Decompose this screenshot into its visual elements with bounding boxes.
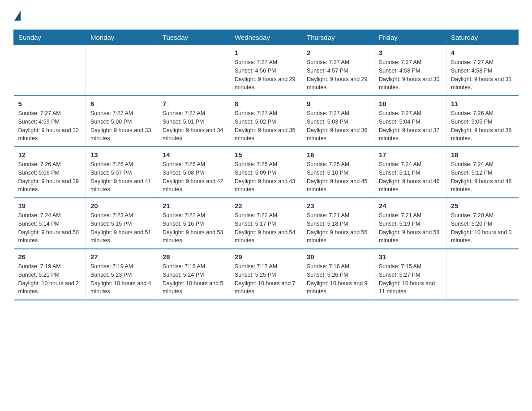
day-number: 16 — [307, 151, 369, 158]
calendar-day-cell: 13Sunrise: 7:26 AM Sunset: 5:07 PM Dayli… — [86, 147, 158, 198]
calendar-day-cell: 22Sunrise: 7:22 AM Sunset: 5:17 PM Dayli… — [230, 198, 302, 249]
day-info: Sunrise: 7:27 AM Sunset: 4:56 PM Dayligh… — [235, 58, 297, 92]
day-number: 17 — [379, 151, 442, 158]
calendar-day-cell — [446, 249, 519, 300]
day-number: 4 — [451, 49, 514, 56]
calendar-day-cell: 17Sunrise: 7:24 AM Sunset: 5:11 PM Dayli… — [374, 147, 446, 198]
day-number: 2 — [307, 49, 369, 56]
day-number: 13 — [90, 151, 153, 158]
page-header — [13, 9, 519, 21]
day-of-week-header: Sunday — [14, 30, 86, 45]
day-number: 28 — [163, 253, 225, 261]
calendar-day-cell: 24Sunrise: 7:21 AM Sunset: 5:19 PM Dayli… — [374, 198, 446, 249]
day-info: Sunrise: 7:27 AM Sunset: 4:58 PM Dayligh… — [379, 58, 442, 92]
calendar-day-cell: 16Sunrise: 7:25 AM Sunset: 5:10 PM Dayli… — [302, 147, 374, 198]
day-info: Sunrise: 7:15 AM Sunset: 5:27 PM Dayligh… — [379, 262, 442, 296]
calendar-day-cell: 9Sunrise: 7:27 AM Sunset: 5:03 PM Daylig… — [302, 96, 374, 147]
day-info: Sunrise: 7:27 AM Sunset: 5:04 PM Dayligh… — [379, 109, 442, 143]
day-info: Sunrise: 7:26 AM Sunset: 5:08 PM Dayligh… — [163, 160, 225, 194]
calendar-week-row: 1Sunrise: 7:27 AM Sunset: 4:56 PM Daylig… — [14, 45, 519, 96]
day-number: 21 — [163, 202, 225, 210]
day-info: Sunrise: 7:26 AM Sunset: 5:05 PM Dayligh… — [451, 109, 514, 143]
day-number: 14 — [163, 151, 225, 158]
day-info: Sunrise: 7:22 AM Sunset: 5:17 PM Dayligh… — [235, 211, 297, 245]
day-of-week-header: Saturday — [446, 30, 519, 45]
day-number: 29 — [235, 253, 297, 261]
calendar-day-cell: 23Sunrise: 7:21 AM Sunset: 5:18 PM Dayli… — [302, 198, 374, 249]
day-number: 25 — [451, 202, 514, 210]
day-number: 24 — [379, 202, 442, 210]
calendar-week-row: 19Sunrise: 7:24 AM Sunset: 5:14 PM Dayli… — [14, 198, 519, 249]
calendar-day-cell: 11Sunrise: 7:26 AM Sunset: 5:05 PM Dayli… — [446, 96, 519, 147]
day-number: 15 — [235, 151, 297, 158]
calendar-day-cell: 26Sunrise: 7:19 AM Sunset: 5:21 PM Dayli… — [14, 249, 86, 300]
day-info: Sunrise: 7:27 AM Sunset: 4:57 PM Dayligh… — [307, 58, 369, 92]
day-number: 1 — [235, 49, 297, 56]
day-info: Sunrise: 7:24 AM Sunset: 5:12 PM Dayligh… — [451, 160, 514, 194]
day-info: Sunrise: 7:20 AM Sunset: 5:20 PM Dayligh… — [451, 211, 514, 245]
calendar-day-cell: 12Sunrise: 7:26 AM Sunset: 5:06 PM Dayli… — [14, 147, 86, 198]
day-number: 8 — [235, 100, 297, 107]
day-number: 12 — [18, 151, 82, 158]
day-number: 23 — [307, 202, 369, 210]
day-info: Sunrise: 7:19 AM Sunset: 5:23 PM Dayligh… — [90, 262, 153, 296]
calendar-header: SundayMondayTuesdayWednesdayThursdayFrid… — [14, 30, 519, 45]
day-info: Sunrise: 7:25 AM Sunset: 5:09 PM Dayligh… — [235, 160, 297, 194]
days-of-week-row: SundayMondayTuesdayWednesdayThursdayFrid… — [14, 30, 519, 45]
day-number: 19 — [18, 202, 82, 210]
day-number: 31 — [379, 253, 442, 261]
day-number: 26 — [18, 253, 82, 261]
calendar-day-cell: 8Sunrise: 7:27 AM Sunset: 5:02 PM Daylig… — [230, 96, 302, 147]
calendar-week-row: 5Sunrise: 7:27 AM Sunset: 4:59 PM Daylig… — [14, 96, 519, 147]
day-info: Sunrise: 7:27 AM Sunset: 5:02 PM Dayligh… — [235, 109, 297, 143]
day-info: Sunrise: 7:16 AM Sunset: 5:26 PM Dayligh… — [307, 262, 369, 296]
calendar-day-cell: 3Sunrise: 7:27 AM Sunset: 4:58 PM Daylig… — [374, 45, 446, 96]
day-number: 6 — [90, 100, 153, 107]
calendar-day-cell: 7Sunrise: 7:27 AM Sunset: 5:01 PM Daylig… — [158, 96, 230, 147]
day-info: Sunrise: 7:27 AM Sunset: 5:03 PM Dayligh… — [307, 109, 369, 143]
calendar-day-cell — [86, 45, 158, 96]
day-info: Sunrise: 7:23 AM Sunset: 5:15 PM Dayligh… — [90, 211, 153, 245]
calendar-day-cell: 31Sunrise: 7:15 AM Sunset: 5:27 PM Dayli… — [374, 249, 446, 300]
day-number: 22 — [235, 202, 297, 210]
day-number: 27 — [90, 253, 153, 261]
calendar-day-cell: 14Sunrise: 7:26 AM Sunset: 5:08 PM Dayli… — [158, 147, 230, 198]
calendar-table: SundayMondayTuesdayWednesdayThursdayFrid… — [13, 30, 519, 300]
day-info: Sunrise: 7:19 AM Sunset: 5:21 PM Dayligh… — [18, 262, 82, 296]
calendar-day-cell: 1Sunrise: 7:27 AM Sunset: 4:56 PM Daylig… — [230, 45, 302, 96]
day-info: Sunrise: 7:27 AM Sunset: 4:58 PM Dayligh… — [451, 58, 514, 92]
day-number: 5 — [18, 100, 82, 107]
day-of-week-header: Thursday — [302, 30, 374, 45]
day-of-week-header: Wednesday — [230, 30, 302, 45]
calendar-day-cell: 28Sunrise: 7:18 AM Sunset: 5:24 PM Dayli… — [158, 249, 230, 300]
day-info: Sunrise: 7:24 AM Sunset: 5:11 PM Dayligh… — [379, 160, 442, 194]
day-of-week-header: Tuesday — [158, 30, 230, 45]
calendar-day-cell: 18Sunrise: 7:24 AM Sunset: 5:12 PM Dayli… — [446, 147, 519, 198]
day-info: Sunrise: 7:27 AM Sunset: 5:00 PM Dayligh… — [90, 109, 153, 143]
calendar-day-cell: 10Sunrise: 7:27 AM Sunset: 5:04 PM Dayli… — [374, 96, 446, 147]
calendar-day-cell: 19Sunrise: 7:24 AM Sunset: 5:14 PM Dayli… — [14, 198, 86, 249]
day-number: 20 — [90, 202, 153, 210]
day-info: Sunrise: 7:21 AM Sunset: 5:18 PM Dayligh… — [307, 211, 369, 245]
calendar-day-cell — [158, 45, 230, 96]
day-info: Sunrise: 7:18 AM Sunset: 5:24 PM Dayligh… — [163, 262, 225, 296]
calendar-week-row: 12Sunrise: 7:26 AM Sunset: 5:06 PM Dayli… — [14, 147, 519, 198]
calendar-day-cell: 25Sunrise: 7:20 AM Sunset: 5:20 PM Dayli… — [446, 198, 519, 249]
day-number: 30 — [307, 253, 369, 261]
day-info: Sunrise: 7:25 AM Sunset: 5:10 PM Dayligh… — [307, 160, 369, 194]
day-number: 3 — [379, 49, 442, 56]
day-info: Sunrise: 7:22 AM Sunset: 5:16 PM Dayligh… — [163, 211, 225, 245]
day-info: Sunrise: 7:17 AM Sunset: 5:25 PM Dayligh… — [235, 262, 297, 296]
calendar-week-row: 26Sunrise: 7:19 AM Sunset: 5:21 PM Dayli… — [14, 249, 519, 300]
calendar-day-cell: 21Sunrise: 7:22 AM Sunset: 5:16 PM Dayli… — [158, 198, 230, 249]
day-number: 7 — [163, 100, 225, 107]
calendar-day-cell: 5Sunrise: 7:27 AM Sunset: 4:59 PM Daylig… — [14, 96, 86, 147]
calendar-day-cell: 6Sunrise: 7:27 AM Sunset: 5:00 PM Daylig… — [86, 96, 158, 147]
day-info: Sunrise: 7:27 AM Sunset: 4:59 PM Dayligh… — [18, 109, 82, 143]
day-info: Sunrise: 7:26 AM Sunset: 5:06 PM Dayligh… — [18, 160, 82, 194]
day-info: Sunrise: 7:24 AM Sunset: 5:14 PM Dayligh… — [18, 211, 82, 245]
calendar-day-cell: 30Sunrise: 7:16 AM Sunset: 5:26 PM Dayli… — [302, 249, 374, 300]
day-info: Sunrise: 7:27 AM Sunset: 5:01 PM Dayligh… — [163, 109, 225, 143]
day-number: 11 — [451, 100, 514, 107]
day-info: Sunrise: 7:26 AM Sunset: 5:07 PM Dayligh… — [90, 160, 153, 194]
